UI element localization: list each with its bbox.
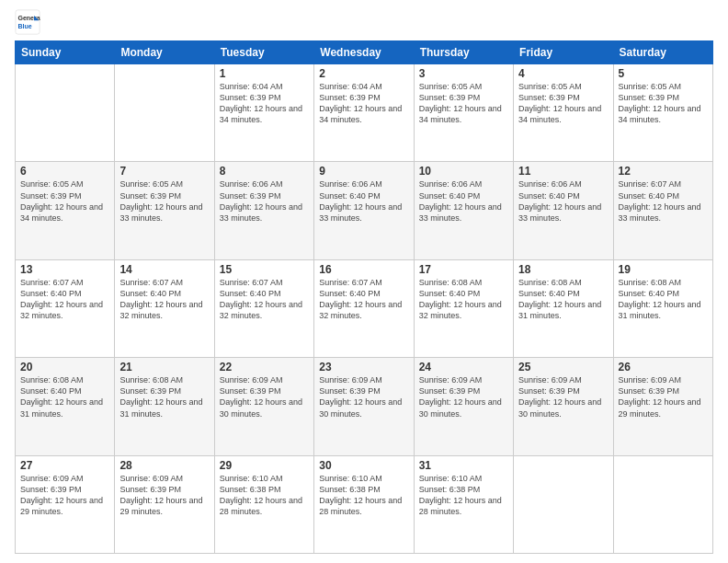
column-header-saturday: Saturday <box>613 41 712 64</box>
day-number: 28 <box>119 459 209 472</box>
day-number: 15 <box>220 263 309 276</box>
day-info: Sunrise: 6:09 AM Sunset: 6:39 PM Dayligh… <box>220 374 309 419</box>
day-info: Sunrise: 6:08 AM Sunset: 6:40 PM Dayligh… <box>20 374 109 419</box>
calendar-cell: 29Sunrise: 6:10 AM Sunset: 6:38 PM Dayli… <box>214 455 313 553</box>
calendar-cell: 21Sunrise: 6:08 AM Sunset: 6:39 PM Dayli… <box>115 358 214 455</box>
day-info: Sunrise: 6:09 AM Sunset: 6:39 PM Dayligh… <box>419 374 508 419</box>
day-number: 14 <box>119 263 209 276</box>
week-row-1: 1Sunrise: 6:04 AM Sunset: 6:39 PM Daylig… <box>16 64 713 162</box>
calendar-cell: 15Sunrise: 6:07 AM Sunset: 6:40 PM Dayli… <box>214 259 313 357</box>
calendar-cell: 12Sunrise: 6:07 AM Sunset: 6:40 PM Dayli… <box>613 162 712 259</box>
calendar-cell: 9Sunrise: 6:06 AM Sunset: 6:40 PM Daylig… <box>314 162 414 259</box>
day-info: Sunrise: 6:09 AM Sunset: 6:39 PM Dayligh… <box>518 374 608 419</box>
day-number: 20 <box>20 361 109 373</box>
day-info: Sunrise: 6:10 AM Sunset: 6:38 PM Dayligh… <box>220 473 309 518</box>
day-number: 10 <box>419 165 508 178</box>
day-number: 31 <box>419 459 508 472</box>
day-info: Sunrise: 6:06 AM Sunset: 6:40 PM Dayligh… <box>518 178 608 224</box>
day-info: Sunrise: 6:08 AM Sunset: 6:39 PM Dayligh… <box>119 374 209 419</box>
day-info: Sunrise: 6:06 AM Sunset: 6:40 PM Dayligh… <box>419 178 508 224</box>
day-number: 25 <box>518 361 608 373</box>
calendar-cell: 18Sunrise: 6:08 AM Sunset: 6:40 PM Dayli… <box>514 259 613 357</box>
day-info: Sunrise: 6:09 AM Sunset: 6:39 PM Dayligh… <box>119 473 209 518</box>
calendar-cell: 8Sunrise: 6:06 AM Sunset: 6:39 PM Daylig… <box>214 162 313 259</box>
svg-rect-0 <box>16 10 40 34</box>
day-number: 27 <box>20 459 109 472</box>
calendar-cell: 20Sunrise: 6:08 AM Sunset: 6:40 PM Dayli… <box>16 358 115 455</box>
calendar-cell: 31Sunrise: 6:10 AM Sunset: 6:38 PM Dayli… <box>414 455 513 553</box>
day-number: 8 <box>220 165 309 178</box>
calendar-cell: 23Sunrise: 6:09 AM Sunset: 6:39 PM Dayli… <box>314 358 414 455</box>
day-number: 23 <box>319 361 408 373</box>
day-info: Sunrise: 6:08 AM Sunset: 6:40 PM Dayligh… <box>419 277 508 322</box>
calendar-cell: 27Sunrise: 6:09 AM Sunset: 6:39 PM Dayli… <box>16 455 115 553</box>
calendar-cell: 28Sunrise: 6:09 AM Sunset: 6:39 PM Dayli… <box>115 455 214 553</box>
column-header-friday: Friday <box>514 41 613 64</box>
day-number: 3 <box>419 67 508 80</box>
day-number: 22 <box>220 361 309 373</box>
day-number: 13 <box>20 263 109 276</box>
day-number: 7 <box>119 165 209 178</box>
calendar-cell: 17Sunrise: 6:08 AM Sunset: 6:40 PM Dayli… <box>414 259 513 357</box>
logo-icon: General Blue <box>15 9 40 35</box>
column-header-wednesday: Wednesday <box>314 41 414 64</box>
day-info: Sunrise: 6:05 AM Sunset: 6:39 PM Dayligh… <box>119 178 209 224</box>
day-number: 18 <box>518 263 608 276</box>
day-info: Sunrise: 6:05 AM Sunset: 6:39 PM Dayligh… <box>518 81 608 126</box>
week-row-2: 6Sunrise: 6:05 AM Sunset: 6:39 PM Daylig… <box>16 162 713 259</box>
column-header-monday: Monday <box>115 41 214 64</box>
calendar-cell: 24Sunrise: 6:09 AM Sunset: 6:39 PM Dayli… <box>414 358 513 455</box>
calendar-cell: 6Sunrise: 6:05 AM Sunset: 6:39 PM Daylig… <box>16 162 115 259</box>
calendar-cell: 30Sunrise: 6:10 AM Sunset: 6:38 PM Dayli… <box>314 455 414 553</box>
day-number: 24 <box>419 361 508 373</box>
day-info: Sunrise: 6:10 AM Sunset: 6:38 PM Dayligh… <box>419 473 508 518</box>
calendar-cell: 10Sunrise: 6:06 AM Sunset: 6:40 PM Dayli… <box>414 162 513 259</box>
day-info: Sunrise: 6:04 AM Sunset: 6:39 PM Dayligh… <box>220 81 309 126</box>
day-number: 26 <box>619 361 708 373</box>
day-info: Sunrise: 6:10 AM Sunset: 6:38 PM Dayligh… <box>319 473 408 518</box>
day-number: 2 <box>319 67 408 80</box>
column-header-sunday: Sunday <box>16 41 115 64</box>
day-info: Sunrise: 6:07 AM Sunset: 6:40 PM Dayligh… <box>319 277 408 322</box>
calendar-cell: 22Sunrise: 6:09 AM Sunset: 6:39 PM Dayli… <box>214 358 313 455</box>
calendar-cell: 25Sunrise: 6:09 AM Sunset: 6:39 PM Dayli… <box>514 358 613 455</box>
day-info: Sunrise: 6:09 AM Sunset: 6:39 PM Dayligh… <box>319 374 408 419</box>
day-number: 30 <box>319 459 408 472</box>
calendar-cell: 3Sunrise: 6:05 AM Sunset: 6:39 PM Daylig… <box>414 64 513 162</box>
calendar-header-row: SundayMondayTuesdayWednesdayThursdayFrid… <box>16 41 713 64</box>
day-info: Sunrise: 6:06 AM Sunset: 6:39 PM Dayligh… <box>220 178 309 224</box>
calendar-table: SundayMondayTuesdayWednesdayThursdayFrid… <box>15 40 713 554</box>
calendar-cell: 13Sunrise: 6:07 AM Sunset: 6:40 PM Dayli… <box>16 259 115 357</box>
calendar-cell: 5Sunrise: 6:05 AM Sunset: 6:39 PM Daylig… <box>613 64 712 162</box>
week-row-4: 20Sunrise: 6:08 AM Sunset: 6:40 PM Dayli… <box>16 358 713 455</box>
day-info: Sunrise: 6:07 AM Sunset: 6:40 PM Dayligh… <box>119 277 209 322</box>
calendar-cell <box>16 64 115 162</box>
day-number: 11 <box>518 165 608 178</box>
calendar-cell: 2Sunrise: 6:04 AM Sunset: 6:39 PM Daylig… <box>314 64 414 162</box>
day-info: Sunrise: 6:08 AM Sunset: 6:40 PM Dayligh… <box>619 277 708 322</box>
day-number: 12 <box>619 165 708 178</box>
column-header-thursday: Thursday <box>414 41 513 64</box>
calendar-cell <box>115 64 214 162</box>
day-info: Sunrise: 6:07 AM Sunset: 6:40 PM Dayligh… <box>20 277 109 322</box>
column-header-tuesday: Tuesday <box>214 41 313 64</box>
calendar-cell: 14Sunrise: 6:07 AM Sunset: 6:40 PM Dayli… <box>115 259 214 357</box>
day-info: Sunrise: 6:04 AM Sunset: 6:39 PM Dayligh… <box>319 81 408 126</box>
day-number: 16 <box>319 263 408 276</box>
calendar-cell: 7Sunrise: 6:05 AM Sunset: 6:39 PM Daylig… <box>115 162 214 259</box>
calendar-cell: 4Sunrise: 6:05 AM Sunset: 6:39 PM Daylig… <box>514 64 613 162</box>
day-info: Sunrise: 6:09 AM Sunset: 6:39 PM Dayligh… <box>619 374 708 419</box>
calendar-cell: 11Sunrise: 6:06 AM Sunset: 6:40 PM Dayli… <box>514 162 613 259</box>
day-number: 29 <box>220 459 309 472</box>
day-info: Sunrise: 6:08 AM Sunset: 6:40 PM Dayligh… <box>518 277 608 322</box>
calendar-cell: 19Sunrise: 6:08 AM Sunset: 6:40 PM Dayli… <box>613 259 712 357</box>
week-row-5: 27Sunrise: 6:09 AM Sunset: 6:39 PM Dayli… <box>16 455 713 553</box>
logo: General Blue <box>15 9 40 35</box>
day-info: Sunrise: 6:05 AM Sunset: 6:39 PM Dayligh… <box>20 178 109 224</box>
day-info: Sunrise: 6:06 AM Sunset: 6:40 PM Dayligh… <box>319 178 408 224</box>
day-number: 1 <box>220 67 309 80</box>
calendar-cell <box>613 455 712 553</box>
day-info: Sunrise: 6:05 AM Sunset: 6:39 PM Dayligh… <box>619 81 708 126</box>
day-info: Sunrise: 6:05 AM Sunset: 6:39 PM Dayligh… <box>419 81 508 126</box>
day-number: 19 <box>619 263 708 276</box>
